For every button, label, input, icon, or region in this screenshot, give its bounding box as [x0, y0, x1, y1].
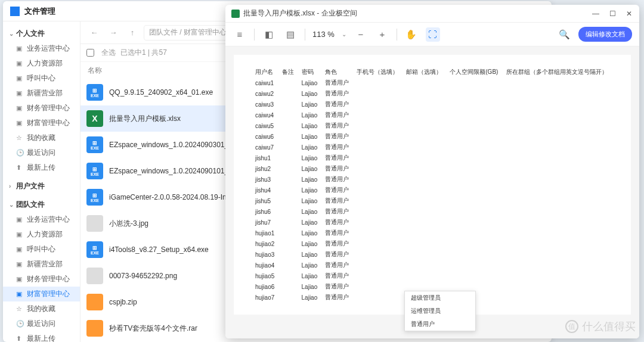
cell: Lajiao	[298, 174, 321, 185]
sv-content[interactable]: 用户名备注密码角色手机号（选填）邮箱（选填）个人空间限额(GB)所在群组（多个群…	[225, 46, 639, 338]
zoom-out-button[interactable]: −	[354, 27, 368, 42]
table-row[interactable]: caiwu4Lajiao普通用户	[252, 110, 613, 120]
select-tool-icon[interactable]: ⛶	[426, 27, 440, 42]
sidebar-item[interactable]: ▣财务管理中心	[3, 272, 80, 287]
cell: 普通用户	[321, 99, 353, 110]
file-name: i4Tools8_v8.27_Setup_x64.exe	[109, 245, 209, 254]
table-row[interactable]: caiwu6Lajiao普通用户	[252, 131, 613, 142]
cell: jishu1	[252, 153, 278, 163]
cell: 普通用户	[321, 153, 353, 163]
cell	[278, 260, 298, 271]
folder-icon: ▣	[16, 231, 24, 238]
column-header: 密码	[298, 67, 321, 77]
table-row[interactable]: caiwu1Lajiao普通用户	[252, 77, 613, 88]
select-all-label: 全选	[101, 48, 116, 58]
cell: jishu3	[252, 174, 278, 185]
folder-icon: ☆	[16, 305, 24, 313]
sidebar-item[interactable]: ▣财富管理中心	[3, 116, 80, 130]
cell: caiwu2	[252, 88, 278, 99]
select-all-checkbox[interactable]	[86, 49, 94, 57]
table-row[interactable]: jishu5Lajiao普通用户	[252, 195, 613, 206]
cell: Lajiao	[298, 185, 321, 195]
cell: Lajiao	[298, 163, 321, 174]
folder-icon: ▣	[16, 119, 24, 127]
sidebar-section-user[interactable]: ›用户文件	[3, 179, 80, 194]
table-row[interactable]: jishu3Lajiao普通用户	[252, 174, 613, 185]
cell: 普通用户	[321, 217, 353, 228]
cell: jishu6	[252, 206, 278, 217]
sidebar-item[interactable]: ▣财务管理中心	[3, 101, 80, 116]
selection-status: 已选中1 | 共57	[120, 48, 167, 58]
table-row[interactable]: caiwu3Lajiao普通用户	[252, 99, 613, 110]
table-row[interactable]: hujiao2Lajiao普通用户	[252, 238, 613, 249]
table-row[interactable]: jishu2Lajiao普通用户	[252, 163, 613, 174]
sv-minimize-button[interactable]: —	[592, 10, 600, 18]
sidebar-item[interactable]: ☆我的收藏	[3, 130, 80, 145]
sidebar-toggle-icon[interactable]: ◧	[262, 27, 276, 42]
table-row[interactable]: jishu4Lajiao普通用户	[252, 185, 613, 195]
search-icon[interactable]: 🔍	[557, 27, 571, 42]
hand-tool-icon[interactable]: ✋	[404, 27, 419, 42]
table-row[interactable]: hujiao1Lajiao普通用户	[252, 228, 613, 238]
sv-maximize-button[interactable]: ☐	[608, 10, 617, 18]
table-row[interactable]: hujiao4Lajiao普通用户	[252, 260, 613, 271]
table-row[interactable]: caiwu5Lajiao普通用户	[252, 120, 613, 131]
column-header: 备注	[278, 67, 298, 77]
nav-back-button[interactable]: ←	[86, 25, 102, 41]
file-name: 小崽洗-3.jpg	[109, 219, 148, 229]
cell: Lajiao	[298, 153, 321, 163]
folder-icon: ▣	[16, 74, 24, 82]
chevron-down-icon: ⌄	[9, 201, 16, 208]
sidebar-item-label: 业务运营中心	[27, 214, 70, 225]
sidebar-item[interactable]: ⬆最新上传	[3, 160, 80, 175]
dropdown-option[interactable]: 运维管理员	[405, 304, 475, 318]
sidebar-item[interactable]: ▣呼叫中心	[3, 242, 80, 257]
dropdown-option[interactable]: 超级管理员	[405, 291, 475, 304]
page-icon[interactable]: ▤	[283, 27, 298, 42]
cell	[278, 99, 298, 110]
table-row[interactable]: jishu6Lajiao普通用户	[252, 206, 613, 217]
table-row[interactable]: caiwu2Lajiao普通用户	[252, 88, 613, 99]
sidebar-section-personal[interactable]: ⌄个人文件	[3, 26, 80, 41]
edit-document-button[interactable]: 编辑修改文档	[578, 27, 632, 42]
xlsx-icon: X	[86, 110, 103, 127]
zoom-level[interactable]: 113 %	[312, 30, 335, 39]
zip-icon	[86, 294, 103, 310]
sidebar-item[interactable]: ☆我的收藏	[3, 301, 80, 316]
table-row[interactable]: hujiao5Lajiao普通用户	[252, 271, 613, 281]
nav-forward-button[interactable]: →	[106, 25, 121, 41]
sidebar-item[interactable]: ▣人力资源部	[3, 56, 80, 71]
sidebar-item[interactable]: ⬆最新上传	[3, 331, 80, 342]
nav-up-button[interactable]: ↑	[125, 25, 140, 41]
sidebar-item-label: 新疆营业部	[27, 259, 63, 269]
sidebar-item[interactable]: ▣财富管理中心	[3, 287, 80, 301]
table-row[interactable]: caiwu7Lajiao普通用户	[252, 142, 613, 153]
zoom-in-button[interactable]: +	[375, 27, 389, 42]
sidebar-item[interactable]: ▣人力资源部	[3, 227, 80, 242]
cell: hujiao1	[252, 228, 278, 238]
cell	[278, 163, 298, 174]
sidebar-item[interactable]: ▣新疆营业部	[3, 86, 80, 101]
sidebar-item[interactable]: ▣业务运营中心	[3, 212, 80, 227]
zoom-dropdown-icon[interactable]: ⌄	[342, 31, 346, 38]
table-row[interactable]: jishu7Lajiao普通用户	[252, 217, 613, 228]
cell: Lajiao	[298, 77, 321, 88]
sidebar-section-team[interactable]: ⌄团队文件	[3, 197, 80, 212]
table-row[interactable]: hujiao3Lajiao普通用户	[252, 249, 613, 260]
folder-icon: ⬆	[16, 164, 24, 172]
sv-close-button[interactable]: ✕	[625, 10, 633, 18]
sidebar-item-label: 最近访问	[27, 148, 55, 158]
sidebar-item[interactable]: ▣新疆营业部	[3, 257, 80, 272]
dropdown-option[interactable]: 普通用户	[405, 318, 475, 331]
folder-icon: ▣	[16, 275, 24, 283]
exe-icon: ⊞EXE	[86, 189, 103, 206]
table-row[interactable]: jishu1Lajiao普通用户	[252, 153, 613, 163]
menu-icon[interactable]: ≡	[233, 27, 247, 42]
sidebar-item[interactable]: ▣呼叫中心	[3, 71, 80, 86]
sidebar-item[interactable]: 🕒最近访问	[3, 316, 80, 331]
cell: 普通用户	[321, 195, 353, 206]
sidebar-item[interactable]: 🕒最近访问	[3, 145, 80, 160]
folder-icon: ▣	[16, 45, 24, 52]
sidebar-item[interactable]: ▣业务运营中心	[3, 41, 80, 56]
folder-icon: ▣	[16, 60, 24, 67]
